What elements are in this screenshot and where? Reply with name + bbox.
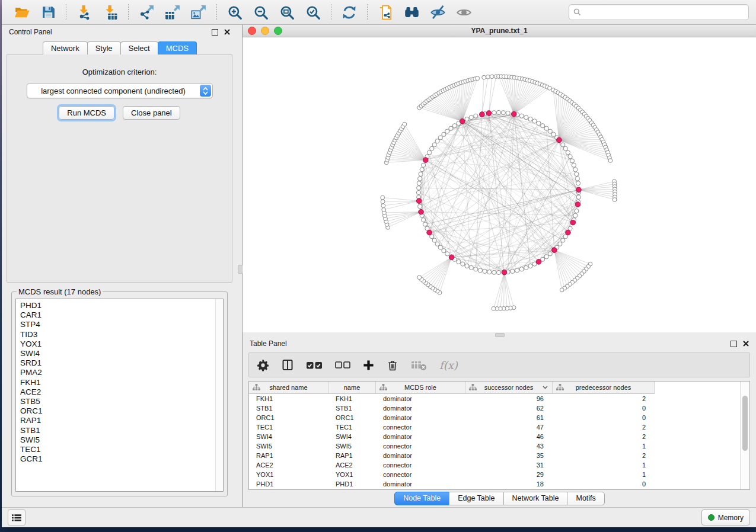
table-cell[interactable]: 1 xyxy=(553,460,655,470)
mcds-result-item[interactable]: PMA2 xyxy=(20,368,223,377)
table-row[interactable]: RAP1RAP1dominator352 xyxy=(249,451,749,460)
table-cell[interactable]: PHD1 xyxy=(328,479,376,489)
network-canvas[interactable] xyxy=(243,37,756,332)
tab-style[interactable]: Style xyxy=(87,41,121,55)
table-cell[interactable]: SWI5 xyxy=(249,441,328,451)
table-cell[interactable]: dominator xyxy=(376,479,465,489)
table-cell[interactable]: 18 xyxy=(465,479,553,489)
node-table[interactable]: shared namenameMCDS rolesuccessor nodesp… xyxy=(248,381,750,490)
table-cell[interactable]: SWI5 xyxy=(328,441,376,451)
table-row[interactable]: TEC1TEC1connector472 xyxy=(249,422,749,432)
table-cell[interactable]: RAP1 xyxy=(249,451,328,460)
zoom-fit-icon[interactable] xyxy=(278,4,296,21)
mcds-result-item[interactable]: YOX1 xyxy=(20,339,223,349)
mcds-result-item[interactable]: RAP1 xyxy=(20,416,223,425)
mcds-result-item[interactable]: STB1 xyxy=(20,426,223,435)
table-cell[interactable]: STB1 xyxy=(249,403,328,413)
close-panel-icon[interactable] xyxy=(224,29,230,35)
table-cell[interactable]: SWI4 xyxy=(249,432,328,441)
table-cell[interactable]: 2 xyxy=(553,394,655,403)
horizontal-splitter[interactable] xyxy=(243,332,756,336)
table-cell[interactable]: dominator xyxy=(376,394,465,403)
close-panel-icon[interactable] xyxy=(743,341,749,347)
column-header-successor-nodes[interactable]: successor nodes xyxy=(465,382,553,393)
table-cell[interactable]: dominator xyxy=(376,432,465,441)
column-header-predecessor-nodes[interactable]: predecessor nodes xyxy=(553,382,655,393)
table-cell[interactable]: 62 xyxy=(465,403,553,413)
select-all-icon[interactable] xyxy=(306,360,323,370)
search-input[interactable] xyxy=(584,8,744,17)
tab-edge-table[interactable]: Edge Table xyxy=(449,492,503,505)
mcds-result-item[interactable]: SWI5 xyxy=(20,435,223,445)
add-column-icon[interactable] xyxy=(363,360,374,371)
run-mcds-button[interactable]: Run MCDS xyxy=(59,106,114,120)
zoom-in-icon[interactable] xyxy=(226,4,244,21)
mcds-result-item[interactable]: STB5 xyxy=(20,397,223,406)
tab-motifs[interactable]: Motifs xyxy=(567,492,604,505)
table-cell[interactable]: TEC1 xyxy=(249,422,328,432)
table-row[interactable]: SWI4SWI4dominator462 xyxy=(249,432,749,441)
float-panel-icon[interactable] xyxy=(212,29,218,36)
search-field[interactable] xyxy=(569,4,749,20)
mcds-result-item[interactable]: SRD1 xyxy=(20,358,223,368)
mcds-result-item[interactable]: PHD1 xyxy=(20,301,223,310)
mcds-result-item[interactable]: ACE2 xyxy=(20,387,223,397)
table-cell[interactable]: dominator xyxy=(376,403,465,413)
table-cell[interactable]: 1 xyxy=(553,441,655,451)
table-cell[interactable]: 96 xyxy=(465,394,553,403)
mcds-result-item[interactable]: ORC1 xyxy=(20,406,223,416)
export-network-icon[interactable] xyxy=(138,4,155,21)
memory-button[interactable]: Memory xyxy=(701,509,750,525)
table-cell[interactable]: ACE2 xyxy=(328,460,376,470)
delete-table-icon[interactable] xyxy=(411,359,427,371)
mcds-result-item[interactable]: STP4 xyxy=(20,320,223,329)
export-image-icon[interactable] xyxy=(190,4,208,21)
table-cell[interactable]: dominator xyxy=(376,451,465,460)
vertical-splitter[interactable] xyxy=(237,25,243,507)
splitter-grip[interactable] xyxy=(495,333,505,337)
mcds-result-list[interactable]: PHD1CAR1STP4TID3YOX1SWI4SRD1PMA2FKH1ACE2… xyxy=(15,299,224,492)
table-cell[interactable]: 31 xyxy=(465,460,553,470)
task-history-button[interactable] xyxy=(8,509,25,525)
table-cell[interactable]: ORC1 xyxy=(328,413,376,422)
column-header-shared-name[interactable]: shared name xyxy=(249,382,328,393)
splitter-grip[interactable] xyxy=(238,265,243,274)
table-cell[interactable]: connector xyxy=(376,460,465,470)
sort-chevron-icon[interactable] xyxy=(543,386,548,389)
mcds-result-item[interactable]: TID3 xyxy=(20,330,223,339)
table-cell[interactable]: 2 xyxy=(553,422,655,432)
column-header-name[interactable]: name xyxy=(328,382,376,393)
table-cell[interactable]: 43 xyxy=(465,441,553,451)
table-cell[interactable]: 2 xyxy=(553,451,655,460)
mcds-result-item[interactable]: TEC1 xyxy=(20,445,223,454)
table-cell[interactable]: TEC1 xyxy=(328,422,376,432)
mcds-list-scrollbar[interactable] xyxy=(215,299,223,491)
zoom-selected-icon[interactable] xyxy=(304,4,322,21)
export-table-icon[interactable] xyxy=(164,4,181,21)
table-row[interactable]: PHD1PHD1dominator180 xyxy=(249,479,749,489)
save-session-icon[interactable] xyxy=(39,4,57,21)
table-cell[interactable]: SWI4 xyxy=(328,432,376,441)
tab-network[interactable]: Network xyxy=(43,41,88,55)
table-cell[interactable]: connector xyxy=(376,441,465,451)
open-file-icon[interactable] xyxy=(13,4,31,21)
tab-mcds[interactable]: MCDS xyxy=(158,41,197,55)
tab-node-table[interactable]: Node Table xyxy=(394,492,449,505)
table-row[interactable]: YOX1YOX1connector291 xyxy=(249,470,749,479)
optimization-criterion-select[interactable]: largest connected component (undirected) xyxy=(27,83,213,98)
mcds-result-item[interactable]: SWI4 xyxy=(20,349,223,358)
table-cell[interactable]: PHD1 xyxy=(249,479,328,489)
show-column-icon[interactable] xyxy=(282,359,294,371)
mcds-result-item[interactable]: GCR1 xyxy=(20,454,223,464)
table-cell[interactable]: 1 xyxy=(553,470,655,479)
table-cell[interactable]: 35 xyxy=(465,451,553,460)
show-all-icon[interactable] xyxy=(455,4,473,21)
tab-network-table[interactable]: Network Table xyxy=(503,492,568,505)
scrollbar-thumb[interactable] xyxy=(742,396,748,451)
table-row[interactable]: STB1STB1dominator620 xyxy=(249,403,749,413)
gear-icon[interactable] xyxy=(257,359,269,371)
table-cell[interactable]: 29 xyxy=(465,470,553,479)
table-cell[interactable]: 0 xyxy=(553,413,655,422)
table-cell[interactable]: dominator xyxy=(376,413,465,422)
table-cell[interactable]: ACE2 xyxy=(249,460,328,470)
